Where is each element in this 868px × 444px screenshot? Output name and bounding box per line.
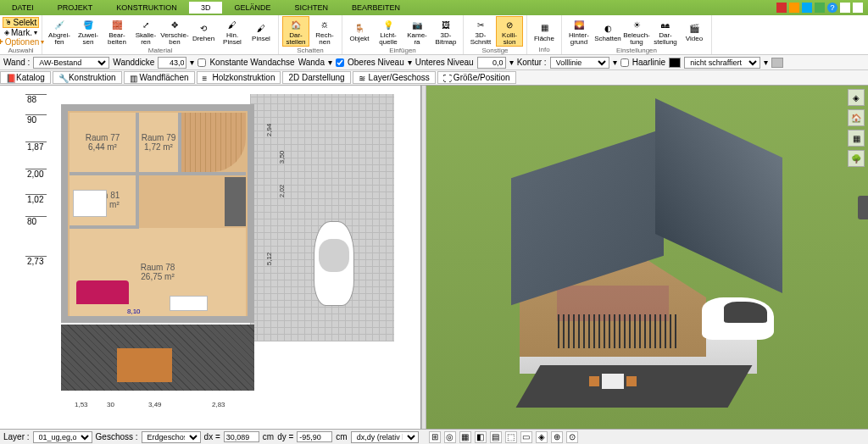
- layers-tool[interactable]: ◈: [848, 89, 865, 106]
- bearbeiten-button[interactable]: 🧱Bear-beiten: [103, 17, 131, 46]
- haarlinie-checkbox[interactable]: [620, 58, 629, 67]
- viewport-tools: ◈ 🏠 ▦ 🌳: [848, 89, 865, 167]
- 2d-viewport[interactable]: 88 90 1,87 2,00 1,02 80 2,73 Raum 776,44…: [0, 86, 421, 429]
- pinsel-button[interactable]: 🖌Pinsel: [248, 20, 275, 42]
- light-icon: 💡: [381, 17, 396, 32]
- abgreifen-button[interactable]: 💉Abgrei-fen: [46, 17, 73, 46]
- menu-tab-konstruktion[interactable]: KONSTRUKTION: [104, 2, 189, 14]
- lichtquelle-button[interactable]: 💡Licht-quelle: [375, 17, 402, 46]
- schatten-set-button[interactable]: ◐Schatten: [594, 20, 621, 42]
- konst-wand-checkbox[interactable]: [198, 58, 206, 67]
- layer-geschoss-button[interactable]: ≋Layer/Geschoss: [353, 71, 436, 84]
- drehen-button[interactable]: ⟲Drehen: [190, 20, 217, 42]
- ribbon-group-label: Einfügen: [389, 46, 416, 55]
- layer-select[interactable]: 01_ug,eg,og: [33, 431, 92, 443]
- bitmap-icon: 🖼: [438, 17, 453, 32]
- sb-icon-3[interactable]: ▦: [459, 431, 471, 443]
- skalieren-button[interactable]: ⤢Skalie-ren: [132, 17, 159, 46]
- sb-icon-5[interactable]: ▤: [490, 431, 502, 443]
- groesse-position-button[interactable]: ⛶Größe/Position: [437, 71, 516, 84]
- menu-tab-datei[interactable]: DATEI: [0, 2, 46, 14]
- sb-icon-9[interactable]: ⊕: [551, 431, 563, 443]
- menu-tab-gelaende[interactable]: GELÄNDE: [222, 2, 282, 14]
- sb-icon-2[interactable]: ◎: [444, 431, 456, 443]
- hintergrund-button[interactable]: 🌄Hinter-grund: [565, 17, 593, 46]
- coord-mode-select[interactable]: dx,dy (relativ ka: [351, 431, 419, 443]
- title-icon-1[interactable]: [776, 3, 787, 13]
- niveau-input[interactable]: [477, 57, 506, 69]
- help-icon[interactable]: ?: [827, 3, 837, 13]
- wandflaechen-button[interactable]: ▥Wandflächen: [124, 71, 195, 84]
- oberes-niveau-checkbox[interactable]: [336, 58, 344, 67]
- cm-label: cm: [263, 432, 274, 441]
- katalog-button[interactable]: 📕Katalog: [0, 71, 51, 84]
- sb-icon-7[interactable]: ▭: [520, 431, 532, 443]
- beleuchtung-button[interactable]: ☀Beleuch-tung: [623, 17, 650, 46]
- darstellen-button[interactable]: 🏠Dar-stellen: [282, 16, 309, 47]
- title-icon-3[interactable]: [802, 3, 812, 13]
- shadow-icon: ◐: [600, 20, 615, 36]
- car-3d: [702, 297, 774, 340]
- video-button[interactable]: 🎬Video: [681, 20, 708, 42]
- flaeche-button[interactable]: ▦Fläche: [531, 20, 558, 42]
- house-tool[interactable]: 🏠: [848, 109, 865, 126]
- title-icon-6[interactable]: [840, 3, 850, 13]
- kontur-select[interactable]: Volllinie: [550, 57, 609, 69]
- wood-icon: ≡: [203, 74, 211, 82]
- 3d-schnitt-button[interactable]: ✂3D-Schnitt: [467, 17, 494, 46]
- dy-input[interactable]: [297, 431, 332, 442]
- sb-icon-8[interactable]: ◈: [536, 431, 548, 443]
- color-swatch-black[interactable]: [669, 58, 681, 68]
- konstruktion-button[interactable]: 🔧Konstruktion: [53, 71, 122, 84]
- kitchen-counter: [225, 177, 246, 226]
- mark-button[interactable]: ◈ Mark.▾: [4, 28, 37, 37]
- sb-icon-4[interactable]: ◧: [475, 431, 487, 443]
- zuweisen-button[interactable]: 🪣Zuwei-sen: [75, 17, 102, 46]
- menu-tab-projekt[interactable]: PROJEKT: [46, 2, 105, 14]
- title-icon-4[interactable]: [815, 3, 825, 13]
- verschieben-button[interactable]: ✥Verschie-ben: [161, 17, 188, 46]
- menu-tab-3d[interactable]: 3D: [189, 2, 223, 14]
- sb-icon-10[interactable]: ⊙: [566, 431, 578, 443]
- 2d-darstellung-button[interactable]: 2D Darstellung: [282, 71, 350, 84]
- geschoss-select[interactable]: Erdgeschos: [142, 431, 201, 443]
- wanddicke-label: Wanddicke: [113, 58, 154, 67]
- rechnen-button[interactable]: ⛭Rech-nen: [311, 17, 338, 46]
- wand-select[interactable]: AW-Bestand: [33, 57, 109, 69]
- ribbon-group-material: 💉Abgrei-fen 🪣Zuwei-sen 🧱Bear-beiten ⤢Ska…: [42, 15, 279, 54]
- ribbon-group-label: Einstellungen: [616, 46, 657, 55]
- kamera-button[interactable]: 📷Kame-ra: [403, 17, 431, 46]
- schraffur-select[interactable]: nicht schraffiert: [684, 57, 760, 69]
- workspace: 88 90 1,87 2,00 1,02 80 2,73 Raum 776,44…: [0, 86, 868, 429]
- calc-icon: ⛭: [317, 17, 332, 32]
- geschoss-label: Geschoss :: [96, 432, 138, 441]
- dx-input[interactable]: [224, 431, 259, 442]
- side-panel-handle[interactable]: [858, 196, 868, 219]
- menu-tab-bearbeiten[interactable]: BEARBEITEN: [340, 2, 412, 14]
- objekt-button[interactable]: 🪑Objekt: [346, 20, 373, 42]
- desk: [170, 296, 208, 311]
- title-icon-7[interactable]: [853, 3, 863, 13]
- title-icons: ?: [776, 3, 868, 13]
- selekt-button[interactable]: 🖱 Selekt: [3, 17, 40, 28]
- kollision-button[interactable]: ⊘Kolli-sion: [496, 16, 523, 47]
- secondary-toolbar: 📕Katalog 🔧Konstruktion ▥Wandflächen ≡Hol…: [0, 70, 868, 86]
- sb-icon-6[interactable]: ⬚: [505, 431, 517, 443]
- hin-pinsel-button[interactable]: 🖌Hin.Pinsel: [219, 17, 246, 46]
- menu-tab-sichten[interactable]: SICHTEN: [282, 2, 340, 14]
- title-icon-2[interactable]: [789, 3, 799, 13]
- patio-table-3d: [587, 369, 638, 395]
- sb-icon-1[interactable]: ⊞: [429, 431, 441, 443]
- 3d-viewport[interactable]: ◈ 🏠 ▦ 🌳: [426, 86, 868, 429]
- floorplan: 88 90 1,87 2,00 1,02 80 2,73 Raum 776,44…: [0, 86, 420, 429]
- dx-label: dx =: [204, 432, 220, 441]
- terrain-tool[interactable]: ▦: [848, 130, 865, 147]
- 3d-bitmap-button[interactable]: 🖼3D-Bitmap: [432, 17, 459, 46]
- tree-tool[interactable]: 🌳: [848, 150, 865, 167]
- wanddicke-input[interactable]: [158, 57, 186, 69]
- holz-button[interactable]: ≡Holzkonstruktion: [197, 71, 281, 84]
- color-swatch-gray[interactable]: [771, 58, 783, 68]
- options-bar: Wand : AW-Bestand Wanddicke ▾ Konstante …: [0, 55, 868, 70]
- patio-furniture: [117, 348, 172, 382]
- darstellung-button[interactable]: 🏘Dar-stellung: [652, 17, 679, 46]
